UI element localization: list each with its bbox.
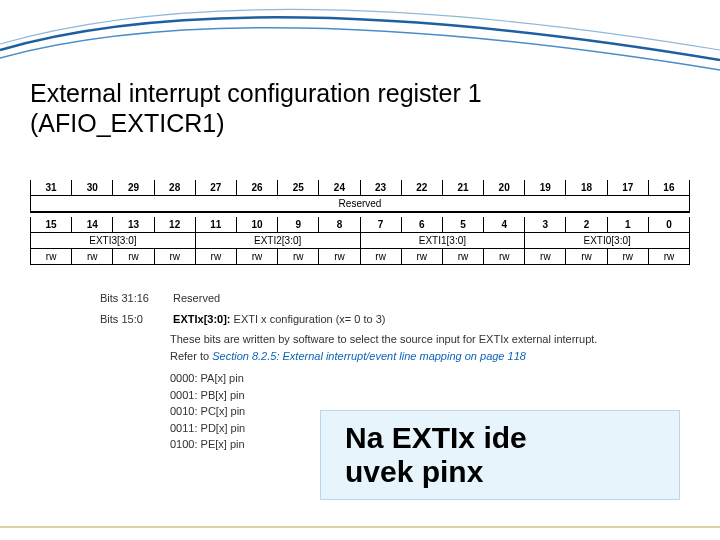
bit-num: 31 xyxy=(30,180,72,195)
bit-num: 7 xyxy=(361,217,402,232)
bit-num: 4 xyxy=(484,217,525,232)
rw-row: rw rw rw rw rw rw rw rw rw rw rw rw rw r… xyxy=(30,249,690,265)
bit-num: 14 xyxy=(72,217,113,232)
rw-cell: rw xyxy=(113,249,154,265)
rw-cell: rw xyxy=(196,249,237,265)
rw-cell: rw xyxy=(72,249,113,265)
rw-cell: rw xyxy=(566,249,607,265)
pin-item: 0000: PA[x] pin xyxy=(170,370,597,387)
bit-num: 18 xyxy=(566,180,607,195)
rw-cell: rw xyxy=(608,249,649,265)
exti-fields-row: EXTI3[3:0] EXTI2[3:0] EXTI1[3:0] EXTI0[3… xyxy=(30,233,690,249)
bits-text: Reserved xyxy=(173,292,220,304)
rw-cell: rw xyxy=(155,249,196,265)
bit-num: 12 xyxy=(155,217,196,232)
bit-num: 5 xyxy=(443,217,484,232)
reserved-cell: Reserved xyxy=(30,196,690,211)
callout-line2: uvek pinx xyxy=(345,455,483,488)
rw-cell: rw xyxy=(319,249,360,265)
bit-num: 1 xyxy=(608,217,649,232)
desc-body2: Refer to Section 8.2.5: External interru… xyxy=(170,348,597,365)
bit-num: 2 xyxy=(566,217,607,232)
pin-item: 0001: PB[x] pin xyxy=(170,387,597,404)
title-line1: External interrupt configuration registe… xyxy=(30,79,482,107)
register-table: 31 30 29 28 27 26 25 24 23 22 21 20 19 1… xyxy=(30,180,690,265)
bit-num: 26 xyxy=(237,180,278,195)
rw-cell: rw xyxy=(361,249,402,265)
bits-150-line: Bits 15:0 EXTIx[3:0]: EXTI x configurati… xyxy=(100,311,597,328)
callout-text: Na EXTIx ide uvek pinx xyxy=(345,421,527,490)
decorative-swoosh xyxy=(0,0,720,80)
exti-field: EXTI0[3:0] xyxy=(524,233,690,248)
exti-field: EXTI1[3:0] xyxy=(360,233,525,248)
desc-body1: These bits are written by software to se… xyxy=(170,331,597,348)
callout-line1: Na EXTIx ide xyxy=(345,421,527,454)
bit-num: 19 xyxy=(525,180,566,195)
bits-text: EXTI x configuration (x= 0 to 3) xyxy=(231,313,386,325)
ref-pre: Refer to xyxy=(170,350,212,362)
bit-num: 16 xyxy=(649,180,690,195)
bit-num: 24 xyxy=(319,180,360,195)
slide-title: External interrupt configuration registe… xyxy=(30,78,482,138)
bit-num: 0 xyxy=(649,217,690,232)
rw-cell: rw xyxy=(278,249,319,265)
rw-cell: rw xyxy=(402,249,443,265)
bits-bold: EXTIx[3:0]: xyxy=(173,313,230,325)
exti-field: EXTI2[3:0] xyxy=(195,233,360,248)
bit-num: 29 xyxy=(113,180,154,195)
bit-num: 22 xyxy=(402,180,443,195)
bit-num: 10 xyxy=(237,217,278,232)
footer-decorative-line xyxy=(0,526,720,528)
bit-num: 11 xyxy=(196,217,237,232)
bit-num: 20 xyxy=(484,180,525,195)
bit-num: 3 xyxy=(525,217,566,232)
reserved-row: Reserved xyxy=(30,196,690,213)
callout-box: Na EXTIx ide uvek pinx xyxy=(320,410,680,500)
exti-field: EXTI3[3:0] xyxy=(30,233,195,248)
bit-num: 30 xyxy=(72,180,113,195)
rw-cell: rw xyxy=(484,249,525,265)
bit-num: 9 xyxy=(278,217,319,232)
bit-num: 28 xyxy=(155,180,196,195)
rw-cell: rw xyxy=(30,249,72,265)
bit-row-high: 31 30 29 28 27 26 25 24 23 22 21 20 19 1… xyxy=(30,180,690,196)
bit-num: 25 xyxy=(278,180,319,195)
bits-label: Bits 15:0 xyxy=(100,311,170,328)
rw-cell: rw xyxy=(237,249,278,265)
bit-num: 27 xyxy=(196,180,237,195)
bit-num: 17 xyxy=(608,180,649,195)
bits-label: Bits 31:16 xyxy=(100,290,170,307)
ref-link: Section 8.2.5: External interrupt/event … xyxy=(212,350,526,362)
bit-num: 6 xyxy=(402,217,443,232)
bit-num: 13 xyxy=(113,217,154,232)
bit-row-low: 15 14 13 12 11 10 9 8 7 6 5 4 3 2 1 0 xyxy=(30,217,690,233)
bit-num: 23 xyxy=(361,180,402,195)
bit-num: 21 xyxy=(443,180,484,195)
rw-cell: rw xyxy=(525,249,566,265)
rw-cell: rw xyxy=(649,249,690,265)
bit-num: 8 xyxy=(319,217,360,232)
bit-num: 15 xyxy=(30,217,72,232)
bits-3116-line: Bits 31:16 Reserved xyxy=(100,290,597,307)
title-line2: (AFIO_EXTICR1) xyxy=(30,109,224,137)
rw-cell: rw xyxy=(443,249,484,265)
